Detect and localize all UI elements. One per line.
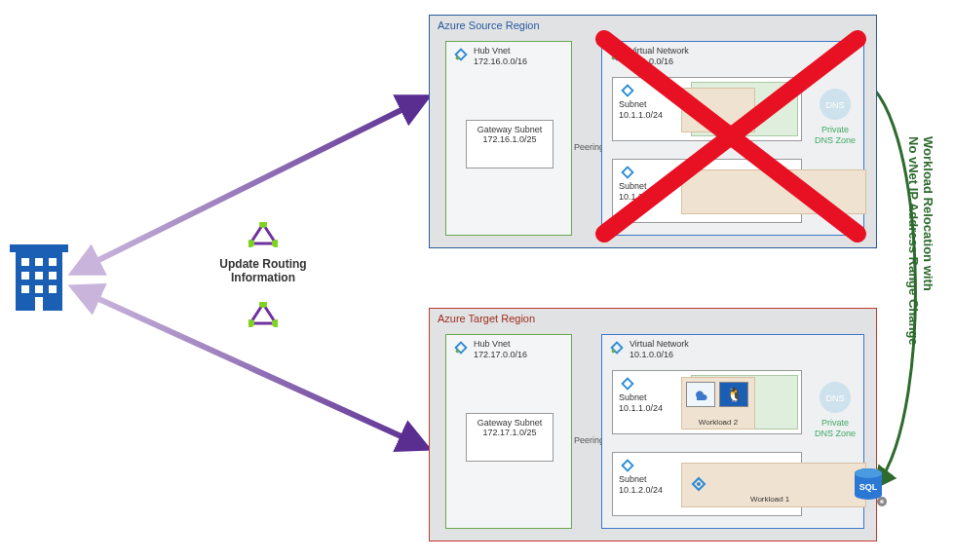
linux-vm-icon: 🐧: [719, 382, 748, 407]
source-subnet2-label: Subnet 10.1.2.0/24: [619, 181, 663, 203]
target-region-title: Azure Target Region: [438, 313, 535, 324]
vnet-icon: [452, 46, 470, 63]
svg-rect-10: [49, 285, 57, 293]
sql-db-icon: SQL: [852, 467, 885, 506]
target-subnet1-label: Subnet 10.1.1.0/24: [619, 392, 663, 414]
svg-rect-4: [49, 258, 57, 266]
subnet-icon: [619, 375, 636, 392]
subnet-icon: [619, 457, 636, 474]
svg-rect-5: [21, 272, 29, 280]
routing-label: Update Routing Information: [205, 257, 322, 284]
svg-point-24: [612, 56, 616, 60]
vnet-icon: [608, 46, 626, 63]
svg-rect-2: [21, 258, 29, 266]
svg-point-29: [456, 350, 460, 354]
subnet-icon: [619, 164, 636, 181]
svg-text:DNS: DNS: [825, 100, 844, 110]
svg-rect-7: [49, 272, 57, 280]
target-hub-label: Hub Vnet 172.17.0.0/16: [474, 339, 527, 360]
building-icon: [10, 239, 68, 317]
target-peering-label: Peering: [574, 435, 604, 445]
target-vnet-label: Virtual Network 10.1.0.0/16: [630, 339, 689, 360]
target-region: Azure Target Region Hub Vnet 172.17.0.0/…: [429, 308, 877, 541]
source-region: Azure Source Region Hub Vnet 172.16.0.0/…: [429, 15, 877, 248]
source-gateway-subnet: Gateway Subnet 172.16.1.0/25: [466, 120, 553, 168]
svg-rect-1: [10, 244, 68, 252]
target-subnet-1: Subnet 10.1.1.0/24 🐧 Workload 2: [612, 370, 802, 434]
svg-rect-3: [35, 258, 43, 266]
svg-text:SQL: SQL: [859, 482, 878, 492]
cloud-vm-icon: [686, 382, 715, 407]
source-hub-vnet: Hub Vnet 172.16.0.0/16 Gateway Subnet 17…: [445, 41, 572, 236]
workload1-label: Workload 1: [750, 495, 789, 504]
dns-icon: DNS: [818, 87, 853, 122]
gear-icon: [875, 495, 889, 508]
svg-rect-6: [35, 272, 43, 280]
svg-rect-9: [35, 285, 43, 293]
target-vnet: Virtual Network 10.1.0.0/16 DNS Private …: [601, 334, 864, 529]
svg-point-30: [612, 350, 616, 354]
target-gateway-subnet: Gateway Subnet 172.17.1.0/25: [466, 413, 553, 462]
source-workload2-badge: [681, 88, 755, 132]
target-dns-zone: DNS Private DNS Zone: [815, 380, 856, 438]
source-hub-label: Hub Vnet 172.16.0.0/16: [474, 46, 527, 67]
svg-rect-8: [21, 285, 29, 293]
source-workload1-badge: [681, 169, 866, 214]
source-subnet-1: Subnet 10.1.1.0/24: [612, 77, 802, 141]
source-vnet-label: Virtual Network 10.1.0.0/16: [630, 46, 689, 67]
subnet-icon: [619, 82, 636, 99]
source-subnet-2: Subnet 10.1.2.0/24: [612, 159, 802, 223]
svg-point-33: [697, 482, 701, 486]
target-workload2-badge: 🐧 Workload 2: [681, 377, 755, 429]
target-hub-vnet: Hub Vnet 172.17.0.0/16 Gateway Subnet 17…: [445, 334, 572, 529]
workload2-label: Workload 2: [682, 418, 754, 427]
svg-text:DNS: DNS: [825, 393, 844, 403]
source-peering-label: Peering: [574, 142, 604, 152]
svg-point-23: [456, 56, 460, 60]
target-workload1-badge: Workload 1: [681, 463, 866, 507]
vnet-icon: [608, 339, 626, 356]
routing-icon-bottom: [248, 302, 278, 327]
source-region-title: Azure Source Region: [438, 19, 540, 31]
vnet-icon: [452, 339, 470, 356]
source-subnet1-label: Subnet 10.1.1.0/24: [619, 99, 663, 121]
svg-point-38: [880, 500, 884, 504]
relocation-label: Workload Relocation with No vNet IP Addr…: [906, 136, 935, 429]
target-subnet-2: Subnet 10.1.2.0/24 Workload 1: [612, 452, 802, 516]
source-dns-zone: DNS Private DNS Zone: [815, 87, 856, 145]
svg-point-35: [855, 468, 882, 478]
target-subnet2-label: Subnet 10.1.2.0/24: [619, 474, 663, 496]
dns-icon: DNS: [818, 380, 853, 415]
endpoint-icon: [688, 473, 709, 495]
source-vnet: Virtual Network 10.1.0.0/16 DNS Private …: [601, 41, 864, 236]
svg-rect-11: [35, 297, 43, 311]
routing-icon-top: [248, 222, 278, 247]
